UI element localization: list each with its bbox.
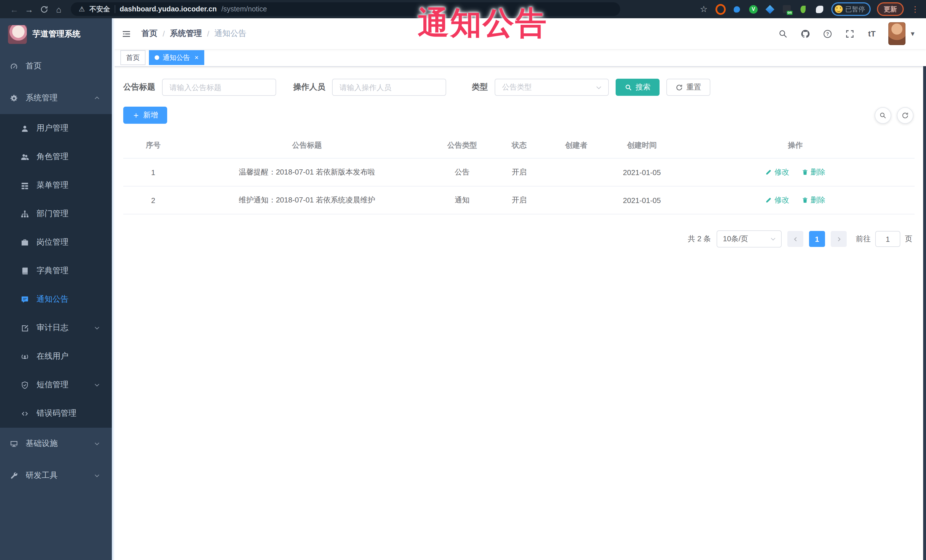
extension-icon-orange-ring[interactable] <box>715 4 725 14</box>
extensions-zone: ☆ V on 已暂停 更新 ⋮ <box>699 2 919 16</box>
current-page[interactable]: 1 <box>809 231 825 247</box>
toggle-search-button[interactable] <box>875 107 891 124</box>
sidebar-toggle-icon[interactable] <box>120 27 132 40</box>
goto-label: 前往 <box>856 234 871 244</box>
trash-icon <box>801 197 808 204</box>
fullscreen-icon[interactable] <box>844 28 855 39</box>
close-icon[interactable]: × <box>195 54 198 61</box>
tag-home[interactable]: 首页 <box>120 50 145 65</box>
cell-actions: 修改 删除 <box>676 186 915 214</box>
page-size-value: 10条/页 <box>723 234 748 244</box>
edit-link[interactable]: 修改 <box>766 195 789 205</box>
delete-link[interactable]: 删除 <box>801 167 825 177</box>
home-icon[interactable]: ⌂ <box>51 2 66 17</box>
refresh-table-button[interactable] <box>897 107 914 124</box>
avatar <box>888 22 905 45</box>
col-status: 状态 <box>493 133 545 158</box>
paused-extension-badge[interactable]: 已暂停 <box>831 2 871 16</box>
font-size-icon[interactable]: tT <box>866 28 878 39</box>
table-row: 1 温馨提醒：2018-07-01 若依新版本发布啦 公告 开启 2021-01… <box>123 158 915 186</box>
col-creator: 创建者 <box>545 133 608 158</box>
address-divider <box>115 5 115 13</box>
breadcrumb-system[interactable]: 系统管理 <box>170 29 202 39</box>
sidebar-item-dictionary[interactable]: 字典管理 <box>0 257 112 285</box>
edit-link[interactable]: 修改 <box>766 167 789 177</box>
sms-shield-icon <box>20 380 29 389</box>
extension-icon-green-circle[interactable]: V <box>748 4 758 14</box>
sidebar-item-posts[interactable]: 岗位管理 <box>0 228 112 257</box>
dashboard-icon <box>9 62 18 71</box>
browser-update-button[interactable]: 更新 <box>877 2 904 16</box>
operator-filter-input[interactable] <box>332 79 446 96</box>
reload-icon[interactable] <box>36 2 51 17</box>
sidebar-logo[interactable]: 芋道管理系统 <box>0 18 112 50</box>
delete-link[interactable]: 删除 <box>801 195 825 205</box>
sidebar-item-audit-log[interactable]: 审计日志 <box>0 314 112 342</box>
forward-icon[interactable]: → <box>22 2 36 17</box>
sidebar-item-label: 系统管理 <box>26 93 86 103</box>
add-button[interactable]: 新增 <box>123 107 167 124</box>
github-icon[interactable] <box>799 28 811 39</box>
extension-icon-puzzle[interactable] <box>814 4 825 14</box>
page-unit-label: 页 <box>905 234 912 244</box>
breadcrumb-home[interactable]: 首页 <box>142 29 157 39</box>
sidebar-item-users[interactable]: 用户管理 <box>0 114 112 143</box>
search-icon[interactable] <box>777 28 788 39</box>
extension-icon-blue-gem[interactable] <box>765 4 775 14</box>
refresh-icon <box>902 112 909 119</box>
bookmark-star-icon[interactable]: ☆ <box>699 4 709 14</box>
table-row: 2 维护通知：2018-07-01 若依系统凌晨维护 通知 开启 2021-01… <box>123 186 915 214</box>
title-filter-input[interactable] <box>162 79 276 96</box>
help-icon[interactable]: ? <box>822 28 833 39</box>
sidebar-submenu-system: 用户管理 角色管理 菜单管理 部门管理 <box>0 114 112 428</box>
sidebar-item-infrastructure[interactable]: 基础设施 <box>0 428 112 460</box>
delete-label: 删除 <box>811 195 825 205</box>
url-host: dashboard.yudao.iocoder.cn <box>120 5 217 13</box>
goto-page-input[interactable] <box>875 231 900 247</box>
page-size-select[interactable]: 10条/页 <box>717 230 782 248</box>
tag-notice[interactable]: 通知公告 × <box>149 50 204 65</box>
cell-actions: 修改 删除 <box>676 158 915 186</box>
sidebar-item-sms[interactable]: 短信管理 <box>0 371 112 399</box>
browser-menu-icon[interactable]: ⋮ <box>911 5 919 14</box>
page-scrollbar[interactable] <box>923 66 926 560</box>
sidebar-item-online-users[interactable]: 在线用户 <box>0 342 112 371</box>
address-bar[interactable]: ⚠ 不安全 dashboard.yudao.iocoder.cn/system/… <box>71 2 620 16</box>
total-count: 共 2 条 <box>688 234 711 244</box>
sidebar-item-home[interactable]: 首页 <box>0 50 112 82</box>
sidebar-item-label: 菜单管理 <box>36 180 106 190</box>
tag-label: 通知公告 <box>163 53 190 62</box>
next-page-button[interactable] <box>831 231 847 247</box>
navbar-actions: ? tT ▼ <box>777 22 916 45</box>
extension-icon-switch[interactable]: on <box>781 4 791 14</box>
sidebar-item-error-codes[interactable]: 错误码管理 <box>0 399 112 428</box>
sidebar-item-notice[interactable]: 通知公告 <box>0 285 112 314</box>
sidebar-item-roles[interactable]: 角色管理 <box>0 143 112 171</box>
extension-icon-green-leaf[interactable] <box>798 4 808 14</box>
monitor-icon <box>9 439 18 448</box>
tag-label: 首页 <box>126 53 140 62</box>
sidebar-scrollbar[interactable] <box>112 18 115 560</box>
sidebar-item-departments[interactable]: 部门管理 <box>0 199 112 228</box>
main-area: 首页 / 系统管理 / 通知公告 ? <box>112 18 926 560</box>
title-filter-label: 公告标题 <box>123 82 155 92</box>
navbar: 首页 / 系统管理 / 通知公告 ? <box>112 18 926 49</box>
sidebar-menu: 首页 系统管理 用户管理 角色管理 <box>0 50 112 492</box>
sidebar-item-label: 角色管理 <box>36 152 106 162</box>
search-button[interactable]: 搜索 <box>616 79 660 96</box>
sidebar-item-label: 部门管理 <box>36 209 106 219</box>
reset-button[interactable]: 重置 <box>666 79 710 96</box>
cell-seq: 2 <box>123 186 183 214</box>
prev-page-button[interactable] <box>787 231 803 247</box>
dictionary-icon <box>20 266 29 275</box>
page-content: 公告标题 操作人员 类型 公告类型 <box>112 67 926 560</box>
breadcrumb: 首页 / 系统管理 / 通知公告 <box>142 29 247 39</box>
sidebar-item-system[interactable]: 系统管理 <box>0 82 112 114</box>
chevron-left-icon <box>792 236 799 242</box>
back-icon[interactable]: ← <box>7 2 22 17</box>
sidebar-item-devtools[interactable]: 研发工具 <box>0 460 112 492</box>
extension-icon-blue-drop[interactable] <box>732 4 742 14</box>
sidebar-item-menus[interactable]: 菜单管理 <box>0 171 112 199</box>
type-select[interactable]: 公告类型 <box>495 79 609 96</box>
user-menu[interactable]: ▼ <box>888 22 916 45</box>
